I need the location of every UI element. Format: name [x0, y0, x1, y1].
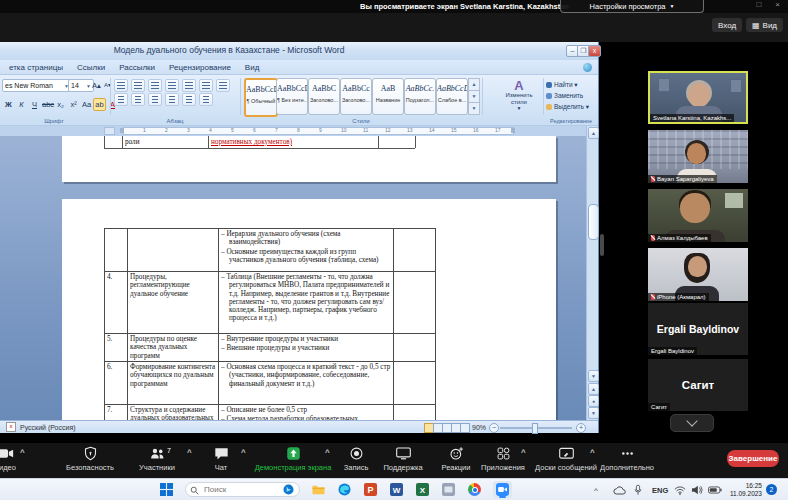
browse-next-button[interactable]: ▼ [588, 407, 599, 419]
draft-view-button[interactable] [460, 423, 470, 433]
paragraph-button-top-4[interactable] [182, 79, 196, 92]
tab-selector[interactable] [104, 127, 115, 135]
change-styles-button[interactable]: A Изменить стили ▼ [498, 79, 540, 112]
ribbon-tab-5[interactable]: Вид [238, 63, 266, 72]
editing-replace-button[interactable]: Заменить [546, 92, 583, 99]
close-button[interactable]: x [588, 45, 601, 57]
style-card-4[interactable]: AaBbCcЗаголово... [340, 78, 372, 115]
maximize-icon[interactable]: □ [756, 0, 761, 9]
paragraph-button-top-3[interactable] [165, 79, 179, 92]
browse-select-button[interactable]: ● [588, 395, 599, 407]
paragraph-button-bottom-2[interactable] [148, 93, 162, 106]
paragraph-button-bottom-3[interactable] [165, 93, 179, 106]
indent-marker-left[interactable] [120, 128, 124, 133]
zoom-slider-thumb[interactable] [532, 423, 538, 434]
help-icon[interactable] [583, 63, 592, 72]
editing-find-button[interactable]: Найти ▾ [546, 81, 578, 89]
word-icon[interactable]: W [390, 483, 403, 496]
participant-video-5[interactable]: Ergali BayldinovErgali Bayldinov [648, 303, 748, 355]
language-status[interactable]: Русский (Россия) [20, 424, 76, 431]
shrink-font-button[interactable]: А▾ [101, 79, 114, 92]
editing-select-button[interactable]: Выделить ▾ [546, 103, 589, 111]
word-titlebar[interactable]: Модель дуального обучения в Казахстане -… [0, 42, 598, 61]
style-card-7[interactable]: AaBbCcDiСлабое в... [436, 78, 468, 115]
toolbar-video-button[interactable]: Видео^ [0, 444, 50, 477]
vertical-scrollbar[interactable]: ▲ ▼ ▲ ● ▼ [586, 126, 598, 420]
notification-badge[interactable]: 2 [766, 484, 777, 495]
style-card-6[interactable]: AaBbCc.Подзагол... [404, 78, 436, 115]
scroll-thumb[interactable] [588, 204, 599, 240]
participant-video-2[interactable]: Bayan Sapargaliyeva [648, 130, 748, 183]
paragraph-button-top-0[interactable] [114, 79, 128, 92]
ribbon-tab-3[interactable]: Рассылки [112, 63, 162, 72]
paragraph-button-top-6[interactable] [216, 79, 230, 92]
language-indicator[interactable]: ENG [652, 479, 668, 500]
indent-marker-right[interactable] [511, 128, 515, 133]
scroll-down-arrow[interactable]: ▼ [588, 370, 599, 382]
file-explorer-icon[interactable] [312, 483, 325, 496]
style-card-3[interactable]: AaBbCЗаголово... [308, 78, 340, 115]
font-button-2[interactable]: Ч [28, 98, 41, 111]
search-input[interactable] [202, 484, 280, 495]
collapse-videos-button[interactable] [670, 414, 714, 432]
zoom-out-button[interactable]: − [489, 423, 499, 433]
browse-prev-button[interactable]: ▲ [588, 383, 599, 395]
font-button-4[interactable]: x₂ [54, 98, 67, 111]
font-name-combo[interactable]: es New Roman▼ [2, 79, 72, 92]
end-meeting-button[interactable]: Завершение [727, 450, 779, 467]
clock[interactable]: 16:25 11.09.2023 [728, 482, 762, 497]
horizontal-ruler[interactable]: 1234567891011121314151617 [0, 126, 586, 136]
font-button-3[interactable]: abc [41, 98, 54, 111]
toolbar-more-button[interactable]: Дополнительно [582, 444, 672, 477]
wifi-icon[interactable] [674, 479, 686, 500]
ribbon-tab-2[interactable]: Ссылки [70, 63, 112, 72]
paragraph-button-bottom-0[interactable] [114, 93, 128, 106]
chevron-up-icon[interactable]: ^ [241, 448, 246, 457]
sidebar-scrollbar[interactable] [600, 234, 604, 256]
font-button-0[interactable]: Ж [2, 98, 15, 111]
font-button-6[interactable]: Aa [80, 98, 93, 111]
font-button-5[interactable]: x² [67, 98, 80, 111]
scroll-up-arrow[interactable]: ▲ [588, 127, 599, 139]
zoom-in-button[interactable]: + [576, 423, 586, 433]
ribbon-tab-4[interactable]: Рецензирование [162, 63, 238, 72]
paragraph-button-bottom-5[interactable] [199, 93, 213, 106]
close-icon[interactable]: × [775, 0, 780, 9]
microphone-icon[interactable] [634, 479, 642, 500]
app-icon[interactable] [442, 483, 455, 496]
start-button-icon[interactable] [160, 483, 173, 496]
chrome-icon[interactable] [468, 483, 481, 496]
excel-icon[interactable]: X [416, 483, 429, 496]
style-card-5[interactable]: AaBНазвание [372, 78, 404, 115]
participant-video-6[interactable]: СагитСагит [648, 359, 748, 411]
battery-icon[interactable] [708, 479, 722, 500]
paragraph-button-top-1[interactable] [131, 79, 145, 92]
paragraph-button-top-5[interactable] [199, 79, 213, 92]
taskbar-search[interactable] [185, 482, 300, 497]
zoom-window-controls[interactable]: □ × [756, 0, 780, 9]
powerpoint-icon[interactable]: P [364, 483, 377, 496]
chevron-up-icon[interactable]: ^ [20, 448, 25, 457]
paragraph-button-bottom-1[interactable] [131, 93, 145, 106]
paragraph-button-bottom-4[interactable] [182, 93, 196, 106]
view-settings-button[interactable]: Настройки просмотра ▼ [560, 0, 704, 13]
style-card-2[interactable]: AaBbCcDx¶ Без инте... [276, 78, 308, 115]
edge-browser-icon[interactable] [338, 483, 351, 496]
paragraph-button-top-2[interactable] [148, 79, 162, 92]
ribbon-tab-1[interactable]: етка страницы [2, 63, 70, 72]
document-area[interactable]: роли нормативных документов) – Иерархия … [0, 136, 586, 420]
volume-icon[interactable] [691, 479, 703, 500]
styles-more-button[interactable]: ▼ [468, 102, 480, 115]
font-button-7[interactable]: ab [93, 98, 106, 111]
zoom-level[interactable]: 90% [472, 424, 486, 431]
login-button[interactable]: Вход [712, 18, 742, 32]
participant-video-1[interactable]: Svetlana Karstina, Kazakhs... [648, 71, 748, 124]
participant-video-4[interactable]: iPhone (Акмарал) [648, 248, 748, 301]
style-card-1[interactable]: AaBbCcDx¶ Обычный [244, 78, 278, 117]
tray-expand-icon[interactable]: ^ [594, 479, 598, 500]
font-button-1[interactable]: К [15, 98, 28, 111]
zoom-app-icon[interactable] [493, 481, 512, 498]
onedrive-cloud-icon[interactable] [613, 479, 627, 500]
view-button[interactable]: ▦ Вид [746, 18, 783, 32]
proofing-error-icon[interactable]: x [6, 422, 16, 432]
